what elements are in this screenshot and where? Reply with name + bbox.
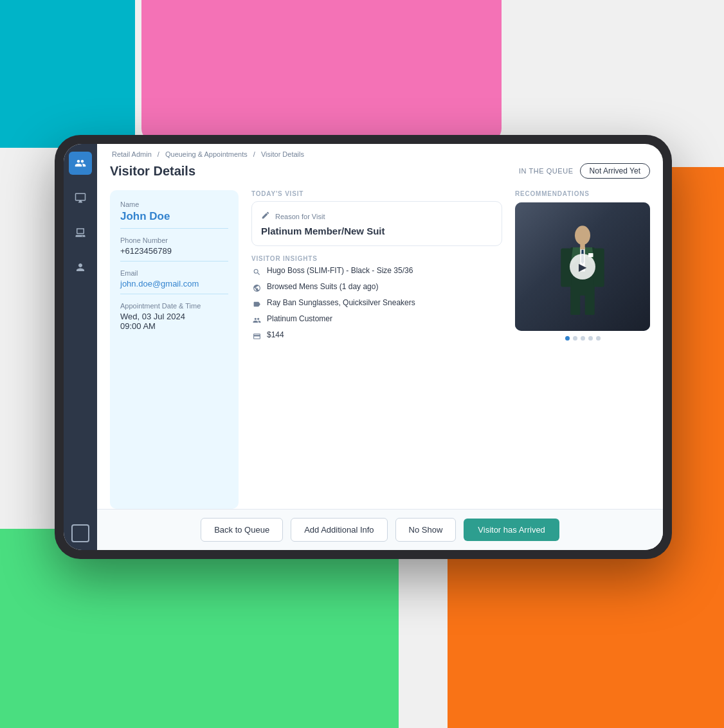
insight-item-0: Hugo Boss (SLIM-FIT) - Black - Size 35/3… — [251, 266, 502, 277]
insight-text-3: Platinum Customer — [267, 314, 332, 323]
suit-figure: ▶ — [515, 202, 650, 331]
insight-text-2: Ray Ban Sunglasses, Quicksilver Sneakers — [267, 298, 415, 307]
middle-panel: TODAY'S VISIT Reason for Visit Pla — [251, 190, 502, 509]
breadcrumb: Retail Admin / Queueing & Appointments /… — [97, 144, 663, 161]
visit-reason-label: Reason for Visit — [275, 213, 325, 220]
todays-visit-title: TODAY'S VISIT — [251, 190, 502, 197]
divider-1 — [120, 228, 228, 229]
breadcrumb-sep-2: / — [253, 150, 255, 158]
sidebar-item-server[interactable] — [69, 221, 92, 244]
breadcrumb-item-1[interactable]: Retail Admin — [112, 150, 152, 158]
status-label: IN THE QUEUE — [519, 167, 574, 175]
visitor-email: john.doe@gmail.com — [120, 279, 228, 289]
tablet-screen: Retail Admin / Queueing & Appointments /… — [64, 144, 663, 550]
status-area: IN THE QUEUE Not Arrived Yet — [519, 163, 650, 179]
email-label: Email — [120, 269, 228, 277]
product-image: ▶ — [515, 202, 650, 331]
play-button[interactable]: ▶ — [570, 254, 595, 280]
svg-point-7 — [575, 226, 590, 245]
edit-icon — [261, 211, 270, 222]
todays-visit-section: TODAY'S VISIT Reason for Visit Pla — [251, 190, 502, 246]
users-icon — [251, 315, 262, 325]
carousel-dots — [515, 336, 650, 341]
insight-item-1: Browsed Mens Suits (1 day ago) — [251, 282, 502, 293]
page-header: Visitor Details IN THE QUEUE Not Arrived… — [97, 161, 663, 185]
tag-icon — [251, 299, 262, 309]
svg-rect-11 — [585, 295, 595, 315]
bottom-bar: Back to Queue Add Additional Info No Sho… — [97, 509, 663, 550]
globe-icon — [251, 283, 262, 293]
add-additional-info-button[interactable]: Add Additional Info — [291, 518, 387, 542]
insight-text-0: Hugo Boss (SLIM-FIT) - Black - Size 35/3… — [267, 266, 413, 275]
bg-teal — [0, 0, 135, 148]
main-content: Retail Admin / Queueing & Appointments /… — [97, 144, 663, 550]
sidebar — [64, 144, 97, 550]
sidebar-item-person[interactable] — [69, 256, 92, 279]
insights-list: Hugo Boss (SLIM-FIT) - Black - Size 35/3… — [251, 266, 502, 341]
divider-2 — [120, 261, 228, 262]
insight-text-4: $144 — [267, 330, 284, 339]
no-show-button[interactable]: No Show — [395, 518, 457, 542]
credit-card-icon — [251, 331, 262, 341]
visitor-arrived-button[interactable]: Visitor has Arrived — [464, 519, 559, 541]
breadcrumb-item-3[interactable]: Visitor Details — [261, 150, 304, 158]
name-label: Name — [120, 200, 228, 208]
dot-1[interactable] — [565, 336, 570, 341]
recommendations-panel: RECOMMENDATIONS — [515, 190, 650, 509]
visit-reason-value: Platinum Member/New Suit — [261, 226, 493, 236]
svg-rect-10 — [570, 295, 580, 315]
back-to-queue-button[interactable]: Back to Queue — [201, 518, 283, 542]
sidebar-square-icon[interactable] — [71, 524, 89, 542]
insight-text-1: Browsed Mens Suits (1 day ago) — [267, 282, 378, 291]
sidebar-item-users[interactable] — [69, 152, 92, 175]
insight-item-3: Platinum Customer — [251, 314, 502, 325]
sidebar-item-monitor[interactable] — [69, 186, 92, 209]
visitor-name: John Doe — [120, 210, 228, 223]
visitor-info-panel: Name John Doe Phone Number +6123456789 E… — [110, 190, 239, 509]
tablet: Retail Admin / Queueing & Appointments /… — [55, 135, 672, 559]
visitor-insights-section: VISITOR INSIGHTS Hugo Boss (SLIM-FIT) - … — [251, 255, 502, 341]
content-area: Name John Doe Phone Number +6123456789 E… — [97, 185, 663, 509]
recommendations-title: RECOMMENDATIONS — [515, 190, 650, 197]
bg-pink — [141, 0, 502, 141]
page-title: Visitor Details — [110, 164, 195, 179]
breadcrumb-item-2[interactable]: Queueing & Appointments — [165, 150, 248, 158]
dot-4[interactable] — [588, 336, 593, 341]
visitor-date: Wed, 03 Jul 2024 — [120, 312, 228, 321]
divider-3 — [120, 294, 228, 294]
visitor-time: 09:00 AM — [120, 321, 228, 331]
search-icon — [251, 267, 262, 277]
date-label: Appointment Date & Time — [120, 302, 228, 310]
breadcrumb-sep-1: / — [158, 150, 159, 158]
visit-card: Reason for Visit Platinum Member/New Sui… — [251, 201, 502, 246]
insight-item-2: Ray Ban Sunglasses, Quicksilver Sneakers — [251, 298, 502, 309]
dot-2[interactable] — [573, 336, 577, 341]
phone-label: Phone Number — [120, 236, 228, 244]
dot-3[interactable] — [581, 336, 585, 341]
dot-5[interactable] — [596, 336, 601, 341]
status-badge: Not Arrived Yet — [580, 163, 650, 179]
visitor-phone: +6123456789 — [120, 246, 228, 256]
insights-title: VISITOR INSIGHTS — [251, 255, 502, 262]
insight-item-4: $144 — [251, 330, 502, 341]
svg-rect-8 — [580, 244, 585, 249]
